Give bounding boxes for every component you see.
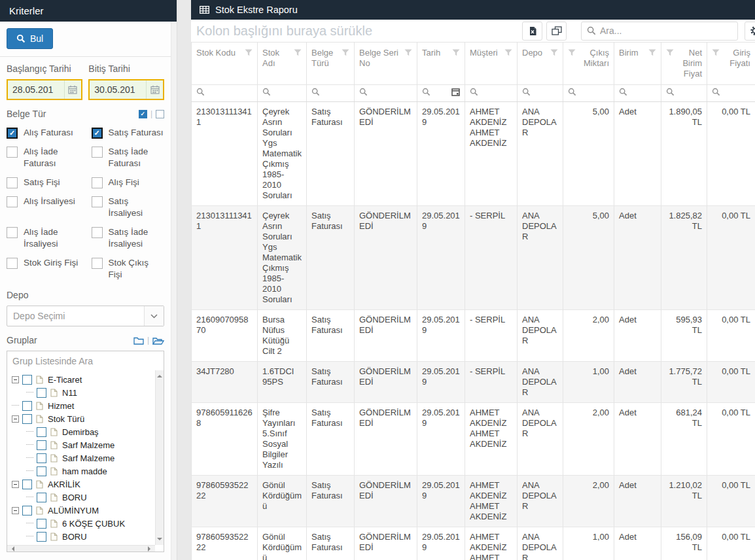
doc-type-checkbox-item[interactable]: Satış İade İrsaliyesi — [92, 226, 165, 250]
deselect-all-icon[interactable] — [156, 110, 164, 118]
tree-item[interactable]: ALÜMİNYUM — [7, 504, 155, 517]
end-date-input[interactable] — [90, 84, 146, 95]
checkbox-icon[interactable] — [92, 177, 103, 188]
end-date-field[interactable] — [88, 79, 164, 100]
settings-button[interactable] — [745, 22, 755, 41]
column-header-belge-seri-no[interactable]: Belge Seri No — [355, 43, 417, 85]
tree-item[interactable]: BORU — [7, 491, 155, 504]
search-filter-icon[interactable] — [422, 88, 430, 96]
grid-search-input[interactable] — [600, 26, 732, 36]
select-all-icon[interactable] — [139, 110, 147, 118]
calendar-filter-icon[interactable] — [451, 88, 460, 96]
tree-checkbox-icon[interactable] — [37, 466, 46, 476]
tree-vertical-scrollbar[interactable] — [155, 370, 164, 545]
tree-item-label[interactable]: Demirbaş — [62, 427, 99, 437]
tree-item-label[interactable]: Stok Türü — [48, 414, 84, 424]
tree-item[interactable]: ham madde — [7, 464, 155, 478]
filter-cell-birim[interactable] — [614, 85, 661, 102]
tree-expander-icon[interactable] — [26, 536, 33, 536]
checkbox-icon[interactable] — [92, 128, 103, 139]
column-header-stok-kodu[interactable]: Stok Kodu — [192, 43, 258, 85]
tree-expander-icon[interactable] — [26, 497, 33, 497]
calendar-icon[interactable] — [146, 80, 163, 99]
tree-item-label[interactable]: Hizmet — [48, 401, 74, 411]
checkbox-icon[interactable] — [7, 177, 18, 188]
tree-item-label[interactable]: ham madde — [62, 466, 107, 476]
column-chooser-button[interactable] — [546, 22, 567, 41]
tree-expander-icon[interactable] — [12, 376, 19, 383]
tree-expander-icon[interactable] — [12, 481, 19, 488]
tree-item-label[interactable]: Sarf Malzeme — [62, 453, 114, 463]
filter-icon[interactable] — [342, 49, 349, 56]
doc-type-checkbox-item[interactable]: Stok Çıkış Fişi — [92, 257, 165, 281]
column-header-net-birim-fiyat[interactable]: Net Birim Fiyat — [661, 43, 707, 85]
tree-item-label[interactable]: 6 KÖŞE ÇUBUK — [62, 519, 125, 529]
filter-cell-tarih[interactable] — [417, 85, 465, 102]
filter-cell-stok-adi[interactable] — [258, 85, 307, 102]
tree-expander-icon[interactable] — [26, 457, 33, 458]
search-filter-icon[interactable] — [470, 88, 478, 96]
find-button[interactable]: Bul — [7, 28, 53, 49]
filter-cell-belge-turu[interactable] — [307, 85, 355, 102]
filter-cell-stok-kodu[interactable] — [192, 85, 258, 102]
checkbox-icon[interactable] — [92, 147, 103, 158]
filter-icon[interactable] — [294, 49, 302, 56]
filter-cell-giris-fiyati[interactable] — [707, 85, 755, 102]
tree-expander-icon[interactable] — [12, 507, 19, 514]
excel-export-button[interactable] — [522, 22, 542, 41]
filter-icon[interactable] — [712, 49, 720, 56]
search-filter-icon[interactable] — [568, 88, 576, 96]
filter-icon[interactable] — [245, 49, 253, 56]
search-filter-icon[interactable] — [619, 88, 627, 96]
table-row[interactable]: 2130131113411Çeyrek Asrın Soruları Ygs M… — [192, 102, 755, 206]
filter-icon[interactable] — [666, 49, 674, 56]
tree-horizontal-scrollbar[interactable] — [7, 545, 155, 551]
tree-item[interactable]: BORU — [7, 530, 155, 543]
tree-item[interactable]: Demirbaş — [7, 425, 155, 438]
checkbox-icon[interactable] — [7, 196, 18, 207]
checkbox-icon[interactable] — [7, 227, 18, 238]
tree-checkbox-icon[interactable] — [37, 388, 46, 398]
tree-checkbox-icon[interactable] — [22, 375, 32, 385]
checkbox-icon[interactable] — [92, 196, 103, 207]
column-header-giris-fiyati[interactable]: Giriş Fiyatı — [707, 43, 755, 85]
tree-item-label[interactable]: Sarf Malzeme — [62, 440, 114, 450]
doc-type-checkbox-item[interactable]: Alış İade İrsaliyesi — [7, 226, 80, 250]
table-row[interactable]: 2130131113411Çeyrek Asrın Soruları Ygs M… — [192, 206, 755, 310]
tree-expander-icon[interactable] — [12, 415, 19, 423]
depot-select[interactable]: Depo Seçimi — [7, 306, 164, 326]
tree-expander-icon[interactable] — [26, 431, 33, 432]
checkbox-icon[interactable] — [7, 147, 18, 158]
tree-checkbox-icon[interactable] — [37, 519, 46, 529]
filter-icon[interactable] — [648, 49, 656, 56]
tree-item[interactable]: N11 — [7, 386, 155, 399]
column-header-belge-turu[interactable]: Belge Türü — [307, 43, 355, 85]
column-header-depo[interactable]: Depo — [518, 43, 563, 85]
tree-checkbox-icon[interactable] — [37, 440, 46, 450]
doc-type-checkbox-item[interactable]: Alış İrsaliyesi — [7, 196, 80, 219]
start-date-field[interactable] — [7, 79, 82, 100]
doc-type-checkbox-item[interactable]: Alış Faturası — [7, 127, 80, 139]
table-row[interactable]: 9786059116268Şifre Yayınları 5.Sınıf Sos… — [192, 403, 755, 476]
tree-checkbox-icon[interactable] — [22, 401, 32, 411]
table-row[interactable]: 9786059352222Gönül KördüğümüSatış Fatura… — [192, 527, 755, 560]
sidebar-scrollbar[interactable] — [171, 22, 177, 560]
tree-expander-icon[interactable] — [12, 405, 19, 406]
group-panel-hint[interactable]: Kolon başlığını buraya sürükle — [196, 24, 372, 39]
column-header-musteri[interactable]: Müşteri — [465, 43, 518, 85]
doc-type-checkbox-item[interactable]: Satış İrsaliyesi — [92, 196, 165, 219]
doc-type-checkbox-item[interactable]: Satış Faturası — [92, 127, 165, 139]
group-search-input[interactable] — [7, 351, 164, 371]
filter-cell-musteri[interactable] — [465, 85, 518, 102]
tree-expander-icon[interactable] — [26, 444, 33, 445]
search-filter-icon[interactable] — [262, 88, 271, 96]
tree-expander-icon[interactable] — [26, 523, 33, 523]
collapse-all-folder-icon[interactable] — [133, 336, 144, 345]
search-filter-icon[interactable] — [359, 88, 368, 96]
tree-checkbox-icon[interactable] — [37, 427, 46, 437]
tree-checkbox-icon[interactable] — [22, 414, 32, 424]
tree-checkbox-icon[interactable] — [22, 506, 32, 516]
filter-cell-belge-seri-no[interactable] — [355, 85, 417, 102]
filter-icon[interactable] — [568, 49, 576, 56]
filter-icon[interactable] — [404, 49, 412, 56]
